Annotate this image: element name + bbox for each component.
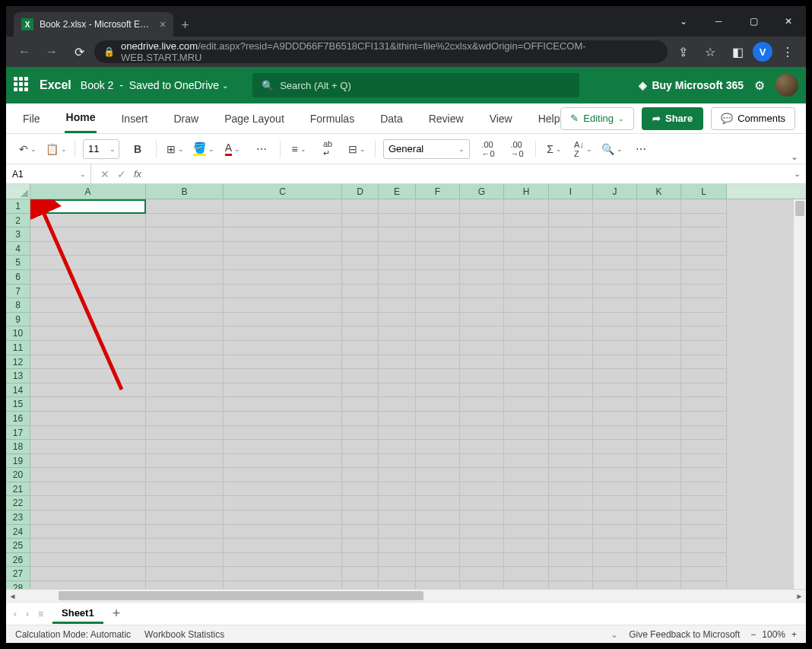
cell-I9[interactable] bbox=[549, 313, 593, 327]
zoom-out-button[interactable]: − bbox=[750, 629, 756, 640]
cell-I26[interactable] bbox=[549, 553, 593, 568]
cell-K10[interactable] bbox=[637, 326, 681, 341]
cell-F8[interactable] bbox=[416, 298, 460, 313]
row-header-28[interactable]: 28 bbox=[6, 581, 30, 589]
zoom-in-button[interactable]: + bbox=[791, 629, 797, 640]
cell-I5[interactable] bbox=[549, 256, 593, 270]
row-header-16[interactable]: 16 bbox=[6, 412, 30, 426]
cell-E11[interactable] bbox=[379, 341, 416, 355]
cell-K6[interactable] bbox=[637, 270, 681, 285]
cell-C17[interactable] bbox=[224, 426, 342, 441]
row-header-1[interactable]: 1 bbox=[6, 199, 30, 214]
cell-E14[interactable] bbox=[379, 383, 416, 398]
cell-F19[interactable] bbox=[416, 454, 460, 469]
cell-D20[interactable] bbox=[342, 468, 379, 482]
cell-C14[interactable] bbox=[224, 383, 342, 398]
cell-F12[interactable] bbox=[416, 355, 460, 370]
cell-G15[interactable] bbox=[460, 397, 504, 412]
cell-F20[interactable] bbox=[416, 468, 460, 482]
undo-button[interactable]: ↶⌄ bbox=[17, 138, 38, 160]
column-header-H[interactable]: H bbox=[504, 184, 549, 199]
cell-E25[interactable] bbox=[379, 539, 416, 553]
cell-D13[interactable] bbox=[342, 369, 379, 383]
cell-D14[interactable] bbox=[342, 383, 379, 398]
cell-I24[interactable] bbox=[549, 525, 593, 539]
cell-I23[interactable] bbox=[549, 511, 593, 525]
column-header-D[interactable]: D bbox=[342, 184, 379, 199]
cell-E17[interactable] bbox=[379, 426, 416, 441]
buy-microsoft-365-button[interactable]: ◈ Buy Microsoft 365 bbox=[639, 79, 744, 91]
cell-E3[interactable] bbox=[379, 227, 416, 242]
cell-F16[interactable] bbox=[416, 412, 460, 426]
cell-B13[interactable] bbox=[146, 369, 224, 383]
cell-H17[interactable] bbox=[504, 426, 549, 441]
cell-L2[interactable] bbox=[681, 214, 727, 228]
cell-C27[interactable] bbox=[224, 567, 342, 581]
cell-G17[interactable] bbox=[460, 426, 504, 441]
row-header-23[interactable]: 23 bbox=[6, 511, 30, 525]
cell-C22[interactable] bbox=[224, 496, 342, 511]
cell-B5[interactable] bbox=[146, 256, 224, 270]
cell-B10[interactable] bbox=[146, 326, 224, 341]
cell-A7[interactable] bbox=[30, 285, 146, 299]
cell-F1[interactable] bbox=[416, 199, 460, 214]
cell-G23[interactable] bbox=[460, 511, 504, 525]
cell-L26[interactable] bbox=[681, 553, 727, 568]
cell-E7[interactable] bbox=[379, 285, 416, 299]
cell-I28[interactable] bbox=[549, 581, 593, 589]
cell-K17[interactable] bbox=[637, 426, 681, 441]
cell-D19[interactable] bbox=[342, 454, 379, 469]
cell-C20[interactable] bbox=[224, 468, 342, 482]
next-sheet-icon[interactable]: › bbox=[26, 609, 29, 619]
cell-D8[interactable] bbox=[342, 298, 379, 313]
cell-G9[interactable] bbox=[460, 313, 504, 327]
cell-L6[interactable] bbox=[681, 270, 727, 285]
row-header-18[interactable]: 18 bbox=[6, 440, 30, 454]
paste-button[interactable]: 📋⌄ bbox=[46, 138, 67, 160]
cell-J22[interactable] bbox=[593, 496, 637, 511]
cell-G26[interactable] bbox=[460, 553, 504, 568]
cell-B22[interactable] bbox=[146, 496, 224, 511]
scroll-right-icon[interactable]: ► bbox=[793, 590, 806, 602]
cell-A6[interactable] bbox=[30, 270, 146, 285]
find-button[interactable]: 🔍⌄ bbox=[601, 138, 623, 160]
cell-J6[interactable] bbox=[593, 270, 637, 285]
all-sheets-icon[interactable]: ≡ bbox=[38, 609, 43, 619]
cell-D21[interactable] bbox=[342, 482, 379, 497]
cell-B20[interactable] bbox=[146, 468, 224, 482]
cell-A14[interactable] bbox=[30, 383, 146, 398]
cell-H12[interactable] bbox=[504, 355, 549, 370]
cell-B4[interactable] bbox=[146, 242, 224, 256]
browser-menu-icon[interactable]: ⋮ bbox=[776, 40, 800, 64]
cell-K19[interactable] bbox=[637, 454, 681, 469]
formula-input[interactable] bbox=[151, 164, 788, 183]
cell-I18[interactable] bbox=[549, 440, 593, 454]
cell-L19[interactable] bbox=[681, 454, 727, 469]
cell-B12[interactable] bbox=[146, 355, 224, 370]
cell-K2[interactable] bbox=[637, 214, 681, 228]
cell-L17[interactable] bbox=[681, 426, 727, 441]
cell-F21[interactable] bbox=[416, 482, 460, 497]
cell-D25[interactable] bbox=[342, 539, 379, 553]
cell-G12[interactable] bbox=[460, 355, 504, 370]
cell-C15[interactable] bbox=[224, 397, 342, 412]
column-header-F[interactable]: F bbox=[416, 184, 460, 199]
reload-button[interactable]: ⟳ bbox=[67, 40, 91, 64]
document-title[interactable]: Book 2 - Saved to OneDrive ⌄ bbox=[81, 79, 228, 91]
fill-color-button[interactable]: 🪣⌄ bbox=[193, 138, 214, 160]
cell-F13[interactable] bbox=[416, 369, 460, 383]
cell-D5[interactable] bbox=[342, 256, 379, 270]
comments-button[interactable]: 💬 Comments bbox=[711, 107, 795, 130]
cell-D2[interactable] bbox=[342, 214, 379, 228]
cell-B1[interactable] bbox=[146, 199, 224, 214]
cancel-formula-icon[interactable]: ✕ bbox=[100, 168, 109, 180]
cell-K1[interactable] bbox=[637, 199, 681, 214]
cell-G24[interactable] bbox=[460, 525, 504, 539]
settings-gear-icon[interactable]: ⚙ bbox=[754, 78, 765, 93]
cell-G2[interactable] bbox=[460, 214, 504, 228]
cell-K13[interactable] bbox=[637, 369, 681, 383]
cell-E24[interactable] bbox=[379, 525, 416, 539]
cell-J15[interactable] bbox=[593, 397, 637, 412]
cell-L1[interactable] bbox=[681, 199, 727, 214]
cell-E13[interactable] bbox=[379, 369, 416, 383]
